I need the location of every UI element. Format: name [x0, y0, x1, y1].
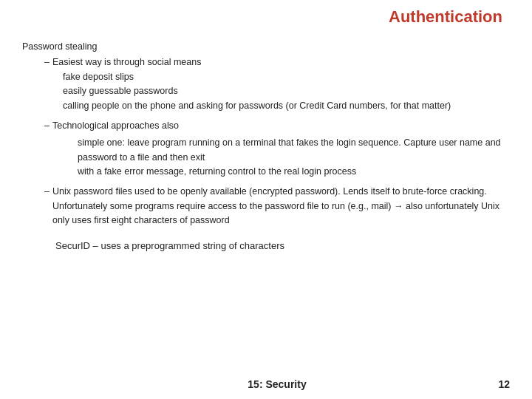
unix-password-header: – Unix password files used to be openly … — [44, 185, 510, 228]
password-stealing-title: Password stealing — [22, 40, 510, 54]
technological-header: – Technological approaches also — [44, 119, 510, 133]
password-stealing-section: Password stealing – Easiest way is throu… — [22, 40, 510, 228]
footer: 15: Security 12 — [0, 378, 532, 390]
easiest-items: fake deposit slips easily guessable pass… — [63, 70, 510, 113]
list-item: calling people on the phone and asking f… — [63, 99, 510, 113]
dash-3: – — [44, 185, 50, 228]
easiest-way-text: Easiest way is through social means — [52, 55, 201, 69]
list-item: simple one: leave program running on a t… — [78, 136, 510, 165]
page-title: Authentication — [22, 7, 510, 27]
technological-text: Technological approaches also — [52, 119, 179, 133]
footer-label: 15: Security — [44, 378, 510, 390]
dash-2: – — [44, 119, 50, 133]
technological-items: simple one: leave program running on a t… — [78, 136, 510, 179]
list-item: easily guessable passwords — [63, 84, 510, 98]
securid-section: SecurID – uses a preprogrammed string of… — [55, 239, 510, 253]
unix-password-text: Unix password files used to be openly av… — [52, 185, 510, 228]
content-area: Password stealing – Easiest way is throu… — [22, 40, 510, 253]
footer-page-number: 12 — [498, 378, 510, 390]
dash-1: – — [44, 55, 50, 69]
securid-text: SecurID – uses a preprogrammed string of… — [55, 240, 284, 251]
list-item: fake deposit slips — [63, 70, 510, 84]
list-item: with a fake error message, returning con… — [78, 165, 510, 179]
page-container: Authentication Password stealing – Easie… — [0, 0, 532, 399]
easiest-way-header: – Easiest way is through social means — [44, 55, 510, 69]
